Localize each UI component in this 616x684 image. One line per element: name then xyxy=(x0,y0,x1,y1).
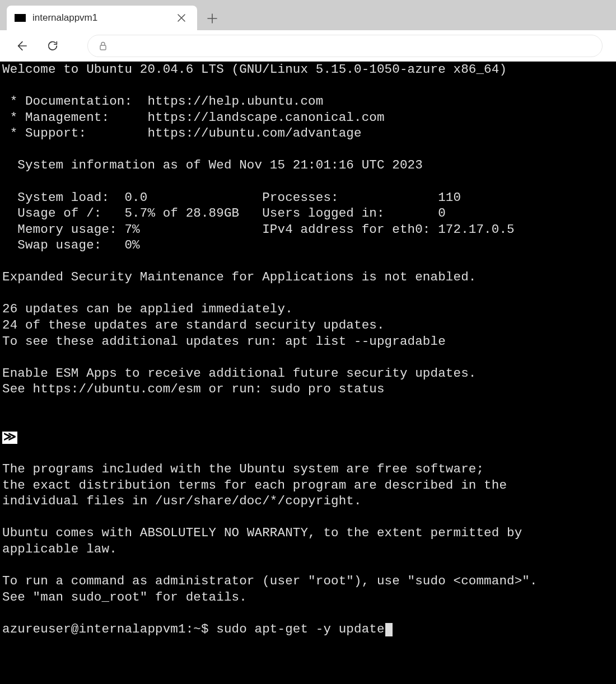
sysinfo-line: System load: 0.0 Processes: 110 xyxy=(2,190,461,205)
cursor-icon xyxy=(385,623,393,636)
terminal-content[interactable]: Welcome to Ubuntu 20.04.6 LTS (GNU/Linux… xyxy=(0,62,616,684)
chevrons-icon: ≫ xyxy=(2,432,17,444)
sudo-note-line: To run a command as administrator (user … xyxy=(2,574,538,588)
esm-disabled-line: Expanded Security Maintenance for Applic… xyxy=(2,270,476,284)
tab-bar: internalappvm1 xyxy=(0,0,616,30)
warranty-line: applicable law. xyxy=(2,542,117,556)
tab-title: internalappvm1 xyxy=(32,12,167,24)
warranty-line: Ubuntu comes with ABSOLUTELY NO WARRANTY… xyxy=(2,526,522,540)
lock-icon xyxy=(98,41,108,51)
sysinfo-line: Swap usage: 0% xyxy=(2,238,140,252)
doc-link-line: * Documentation: https://help.ubuntu.com xyxy=(2,94,323,109)
programs-line: individual files in /usr/share/doc/*/cop… xyxy=(2,494,362,508)
shell-prompt: azureuser@internalappvm1:~$ xyxy=(2,622,216,636)
programs-line: the exact distribution terms for each pr… xyxy=(2,478,507,493)
support-link-line: * Support: https://ubuntu.com/advantage xyxy=(2,126,362,140)
browser-chrome: internalappvm1 xyxy=(0,0,616,62)
programs-line: The programs included with the Ubuntu sy… xyxy=(2,462,484,476)
plus-icon xyxy=(207,13,217,24)
welcome-line: Welcome to Ubuntu 20.04.6 LTS (GNU/Linux… xyxy=(2,62,507,77)
shell-command[interactable]: sudo apt-get -y update xyxy=(216,622,384,636)
close-tab-button[interactable] xyxy=(174,10,189,26)
mgmt-link-line: * Management: https://landscape.canonica… xyxy=(2,110,385,125)
refresh-button[interactable] xyxy=(45,38,60,54)
browser-tab[interactable]: internalappvm1 xyxy=(7,6,197,30)
updates-line: To see these additional updates run: apt… xyxy=(2,334,446,349)
svg-rect-0 xyxy=(100,45,106,50)
arrow-left-icon xyxy=(15,40,27,52)
terminal-favicon-icon xyxy=(15,14,26,22)
sysinfo-header: System information as of Wed Nov 15 21:0… xyxy=(2,158,423,172)
nav-bar xyxy=(0,30,616,62)
esm-enable-line: Enable ESM Apps to receive additional fu… xyxy=(2,366,476,381)
refresh-icon xyxy=(46,40,59,52)
sysinfo-line: Usage of /: 5.7% of 28.89GB Users logged… xyxy=(2,206,446,221)
sysinfo-line: Memory usage: 7% IPv4 address for eth0: … xyxy=(2,222,515,237)
address-bar[interactable] xyxy=(87,35,603,57)
new-tab-button[interactable] xyxy=(200,7,224,30)
back-button[interactable] xyxy=(13,38,29,54)
shell-prompt-line: azureuser@internalappvm1:~$ sudo apt-get… xyxy=(2,622,393,636)
sudo-note-line: See "man sudo_root" for details. xyxy=(2,590,247,605)
close-icon xyxy=(178,14,185,22)
updates-line: 24 of these updates are standard securit… xyxy=(2,318,385,332)
esm-enable-line: See https://ubuntu.com/esm or run: sudo … xyxy=(2,382,385,396)
updates-line: 26 updates can be applied immediately. xyxy=(2,302,293,316)
